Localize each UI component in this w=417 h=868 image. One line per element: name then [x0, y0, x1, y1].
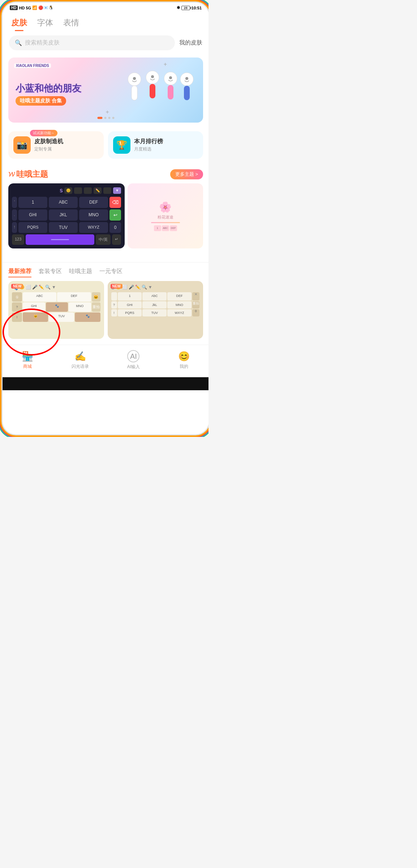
hd-badge: HD: [10, 5, 18, 10]
cat-tab-one-yuan[interactable]: 一元专区: [99, 268, 122, 277]
search-area: 🔍 搜索精美皮肤 我的皮肤: [3, 31, 208, 55]
skin-maker-icon: 📸: [13, 136, 31, 154]
new-badge-1: NEW: [11, 284, 23, 289]
kb-key-enter: ↩: [109, 209, 121, 221]
floral-keyboard-preview[interactable]: 🌸 粉花迷途 1 ABC DEF: [128, 183, 203, 248]
ranking-title: 本月排行榜: [134, 138, 163, 145]
xiaolan-brand-label: XIAOLAN FRIENDS: [14, 63, 51, 68]
tab-font[interactable]: 字体: [37, 17, 53, 31]
dot-3: [108, 117, 110, 119]
banner-inner: XIAOLAN FRIENDS 小蓝和他的朋友 哇哦主题皮肤 合集: [8, 58, 203, 123]
category-tabs: 最新推荐 套装专区 哇哦主题 一元专区: [3, 262, 208, 281]
svg-rect-5: [168, 85, 173, 99]
nav-mine[interactable]: 😊 我的: [178, 351, 190, 370]
banner-subtitle: 哇哦主题皮肤 合集: [16, 96, 66, 106]
skin2-ghi: GHI: [118, 301, 142, 309]
cat-tab-bundle[interactable]: 套装专区: [39, 268, 62, 277]
kb-key-def: DEF: [79, 197, 108, 208]
svg-point-9: [151, 75, 154, 78]
nav-shop[interactable]: 🏪 商城: [22, 351, 33, 370]
skin-maker-text: 皮肤制造机 定制专属: [34, 138, 63, 152]
skin-maker-title: 皮肤制造机: [34, 138, 63, 145]
my-skin-button[interactable]: 我的皮肤: [179, 39, 202, 47]
new-feature-badge: 试试新功能～: [30, 130, 57, 136]
crown-icon: 𝓦: [8, 171, 15, 178]
feature-cards: 试试新功能～ 📸 皮肤制造机 定制专属 🏆 本月排行榜 月度精选: [3, 126, 208, 164]
ai-icon: AI: [127, 350, 139, 362]
theme-preview: ꜱ 😊 ✏️ ▼ ' 1 ABC DEF ⌫: [8, 183, 203, 248]
waoh-section-title: 𝓦 哇哦主题: [8, 169, 48, 180]
banner-dots: [97, 117, 114, 119]
plus-decoration-2: +: [106, 109, 109, 115]
kb-key-newline: ↵: [112, 234, 121, 245]
search-placeholder: 搜索精美皮肤: [25, 39, 60, 47]
skin1-ghi: GHI: [23, 302, 45, 312]
nav-ai[interactable]: AI AI输入: [127, 350, 140, 370]
bluetooth-icon: ✱: [177, 5, 180, 10]
kb-key-tuv: TUV: [49, 222, 78, 233]
search-box[interactable]: 🔍 搜索精美皮肤: [9, 35, 175, 50]
nav-flashquote[interactable]: ✍️ 闪光语录: [72, 351, 89, 370]
kb-space: [26, 234, 94, 245]
kb-backspace: ⌫: [109, 197, 121, 208]
cat-tab-new[interactable]: 最新推荐: [8, 268, 31, 277]
svg-point-11: [185, 77, 188, 80]
kb-key-ghi: GHI: [18, 209, 47, 221]
clock: 10:51: [192, 6, 202, 10]
plus-decoration-1: +: [164, 61, 167, 68]
more-themes-button[interactable]: 更多主题 >: [170, 169, 203, 179]
kb-key-pqrs: PQRS: [18, 222, 47, 233]
svg-rect-1: [132, 86, 137, 100]
skin-maker-subtitle: 定制专属: [34, 146, 63, 152]
kb-key-abc: ABC: [49, 197, 78, 208]
phone-frame: HD HD 5G 📶 🔴📧🐧 ✱ 28 10:51 皮肤 字体 表情 🔍 搜索精…: [1, 1, 208, 435]
svg-rect-3: [150, 84, 155, 98]
svg-rect-7: [184, 86, 190, 100]
status-right: ✱ 28 10:51: [177, 5, 202, 10]
kb-key-123: 123: [12, 234, 24, 245]
ranking-subtitle: 月度精选: [134, 146, 163, 152]
flashquote-label: 闪光语录: [72, 363, 89, 370]
kb-key-chinese: 中/英: [96, 234, 111, 245]
tab-skin[interactable]: 皮肤: [11, 17, 27, 31]
status-bar: HD HD 5G 📶 🔴📧🐧 ✱ 28 10:51: [3, 3, 208, 12]
mine-icon: 😊: [178, 351, 190, 362]
ranking-text: 本月排行榜 月度精选: [134, 138, 163, 152]
dot-2: [104, 117, 106, 119]
ranking-card[interactable]: 🏆 本月排行榜 月度精选: [108, 131, 203, 159]
shop-label: 商城: [23, 363, 32, 370]
home-indicator: [3, 377, 208, 390]
mine-label: 我的: [180, 363, 188, 370]
flashquote-icon: ✍️: [74, 351, 86, 362]
signal-bars: 📶: [32, 5, 37, 10]
kb-key-jkl: JKL: [49, 209, 78, 221]
notification-icons: 🔴📧🐧: [38, 5, 53, 10]
svg-point-10: [169, 76, 172, 79]
status-left: HD HD 5G 📶 🔴📧🐧: [10, 5, 53, 10]
dot-1: [97, 117, 102, 119]
banner[interactable]: XIAOLAN FRIENDS 小蓝和他的朋友 哇哦主题皮肤 合集: [8, 58, 203, 123]
new-badge-2: NEW: [111, 284, 122, 289]
skin-card-1[interactable]: NEW 🐾 😊 ⬜ 🎤 ✏️ 🔍 ▼ ① ABC DEF 🐱: [8, 281, 104, 339]
spacer: [3, 248, 208, 259]
skin-card-2[interactable]: NEW S 😊 ⬜ 🎤 ✏️ 🔍 ▼ 1 AbC DEF: [108, 281, 203, 339]
signal-5g: HD 5G: [19, 6, 31, 10]
kb-key-mno: MNO: [79, 209, 108, 221]
dot-4: [112, 117, 114, 119]
kb-key-wxyz: WXYZ: [79, 222, 108, 233]
waoh-section-header: 𝓦 哇哦主题 更多主题 >: [3, 164, 208, 183]
shop-icon: 🏪: [22, 351, 33, 362]
bottom-nav: 🏪 商城 ✍️ 闪光语录 AI AI输入 😊 我的: [3, 345, 208, 377]
tab-emoji[interactable]: 表情: [63, 17, 79, 31]
skin-maker-card[interactable]: 试试新功能～ 📸 皮肤制造机 定制专属: [8, 131, 104, 159]
skin-grid: NEW 🐾 😊 ⬜ 🎤 ✏️ 🔍 ▼ ① ABC DEF 🐱: [3, 281, 208, 345]
ranking-icon: 🏆: [113, 136, 130, 154]
battery-icon: 28: [181, 6, 190, 10]
svg-point-8: [133, 77, 136, 80]
dark-keyboard-preview[interactable]: ꜱ 😊 ✏️ ▼ ' 1 ABC DEF ⌫: [8, 183, 125, 248]
ai-label: AI输入: [127, 364, 140, 370]
cat-tab-waoh[interactable]: 哇哦主题: [69, 268, 92, 277]
main-tabs: 皮肤 字体 表情: [3, 12, 208, 31]
search-icon: 🔍: [15, 39, 22, 46]
banner-figures: [120, 65, 199, 123]
